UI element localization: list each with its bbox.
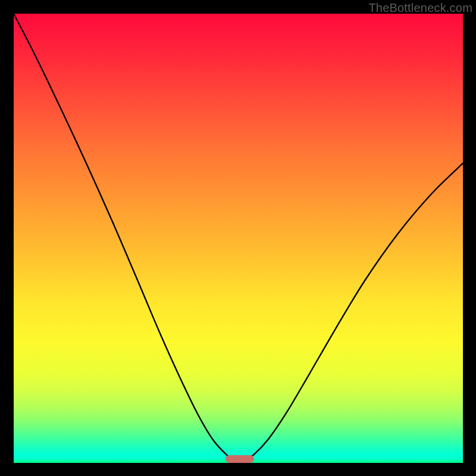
optimal-range-marker (226, 455, 254, 463)
chart-frame: TheBottleneck.com (0, 0, 476, 476)
gradient-background (14, 14, 463, 463)
watermark-text: TheBottleneck.com (368, 1, 472, 15)
